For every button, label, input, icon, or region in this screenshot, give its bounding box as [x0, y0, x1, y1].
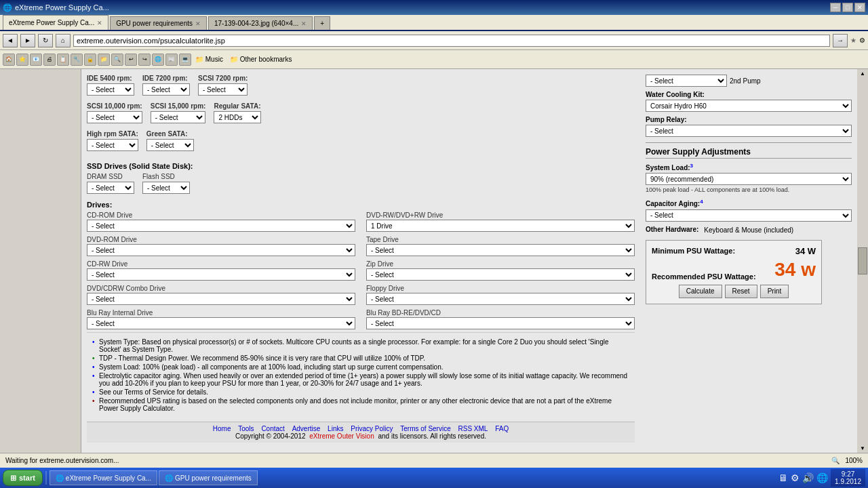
- footer-link-tos[interactable]: Terms of Service: [400, 425, 450, 432]
- scsi7200-label: SCSI 7200 rpm:: [198, 75, 248, 82]
- taskbar-icon-1: 🖥: [778, 472, 788, 483]
- taskbar-divider: [45, 471, 47, 485]
- flash-select[interactable]: - Select1 Drive: [142, 182, 190, 194]
- ide7200-label: IDE 7200 rpm:: [142, 75, 190, 82]
- footer-link-home[interactable]: Home: [213, 425, 231, 432]
- zip-select[interactable]: - Select1 Drive: [366, 268, 635, 281]
- note-4: Electrolytic capacitor aging. When used …: [92, 372, 629, 387]
- bookmarks-folder[interactable]: 📁 Music: [195, 56, 223, 63]
- regularsata-group: Regular SATA: - Select1 HDD2 HDDs3 HDDs: [214, 102, 261, 123]
- footer-link-advertise[interactable]: Advertise: [292, 425, 321, 432]
- footer-brand[interactable]: eXtreme Outer Vision: [309, 432, 374, 440]
- cdrw-select[interactable]: - Select1 Drive: [87, 268, 355, 281]
- footer-link-faq[interactable]: FAQ: [495, 425, 509, 432]
- close-button[interactable]: ✕: [854, 3, 865, 12]
- toolbar-icon-8[interactable]: 📁: [98, 54, 110, 66]
- tab-1[interactable]: GPU power requirements ✕: [110, 16, 207, 30]
- star-icon[interactable]: ★: [850, 37, 856, 44]
- tape-select[interactable]: - Select1 Drive: [366, 244, 635, 256]
- scsi15000-select[interactable]: - Select1 Drive: [151, 111, 206, 123]
- taskbar-icon-4: 🌐: [816, 472, 828, 483]
- floppy-select[interactable]: - Select1 Drive: [366, 293, 635, 305]
- toolbar-icon-9[interactable]: 🔍: [111, 54, 123, 66]
- tape-label: Tape Drive: [366, 236, 635, 243]
- refresh-button[interactable]: ↻: [38, 34, 53, 47]
- address-input[interactable]: [73, 35, 830, 47]
- scsi7200-select[interactable]: - Select1 Drive: [198, 83, 248, 96]
- title-bar-left: 🌐 eXtreme Power Supply Ca...: [3, 3, 109, 12]
- ide5400-group: IDE 5400 rpm: - Select1 Drive2 Drives: [87, 75, 134, 96]
- dvdrw-select[interactable]: - Select1 Drive2 Drives: [366, 220, 635, 232]
- toolbar-icon-14[interactable]: 💻: [179, 54, 191, 66]
- footer-link-privacy[interactable]: Privacy Policy: [351, 425, 393, 432]
- browser-icon: 🌐: [3, 3, 12, 12]
- scrollbar[interactable]: ▲ ▼: [857, 69, 868, 453]
- toolbar-icon-11[interactable]: ↪: [138, 54, 151, 66]
- toolbar-icon-2[interactable]: ⭐: [16, 54, 28, 66]
- dvdrom-select[interactable]: - Select1 Drive: [87, 244, 355, 256]
- watercooling-select[interactable]: Corsair Hydro H60 - Select: [646, 100, 852, 112]
- other-bookmarks[interactable]: 📁 Other bookmarks: [230, 56, 292, 63]
- rec-wattage-row: Recommended PSU Wattage: 34 w: [652, 259, 816, 281]
- maximize-button[interactable]: □: [842, 3, 853, 12]
- bluray-select[interactable]: - Select1 Drive: [87, 317, 355, 329]
- toolbar-icon-13[interactable]: 📰: [165, 54, 178, 66]
- footer-link-contact[interactable]: Contact: [261, 425, 284, 432]
- tab-1-close[interactable]: ✕: [195, 20, 201, 27]
- regularsata-select[interactable]: - Select1 HDD2 HDDs3 HDDs: [214, 111, 261, 123]
- dram-select[interactable]: - Select1 Drive: [87, 182, 134, 194]
- toolbar-icon-3[interactable]: 📧: [30, 54, 42, 66]
- ide5400-select[interactable]: - Select1 Drive2 Drives: [87, 83, 134, 96]
- rec-wattage-value: 34 w: [774, 259, 816, 281]
- footer-rights: and its licensors. All rights reserved.: [378, 432, 487, 440]
- highsata-select[interactable]: - Select1 Drive: [87, 139, 138, 151]
- toolbar-icon-10[interactable]: ↩: [125, 54, 137, 66]
- taskbar-item-1[interactable]: 🌐 GPU power requirements: [159, 470, 258, 485]
- tools-icon[interactable]: ⚙: [859, 37, 865, 44]
- scroll-up[interactable]: ▲: [860, 70, 865, 77]
- pump2-select[interactable]: - Select: [646, 75, 727, 87]
- systemload-label: System Load:3: [646, 163, 852, 171]
- reset-button[interactable]: Reset: [725, 285, 757, 298]
- toolbar-icon-1[interactable]: 🏠: [3, 54, 15, 66]
- scsi10000-select[interactable]: - Select1 Drive: [87, 111, 142, 123]
- footer-link-tools[interactable]: Tools: [238, 425, 254, 432]
- greensata-select[interactable]: - Select1 Drive: [146, 139, 194, 151]
- back-button[interactable]: ◄: [3, 34, 18, 47]
- capacitoraging-select[interactable]: - Select 10% 20% 30%: [646, 209, 852, 222]
- scsi10000-label: SCSI 10,000 rpm:: [87, 102, 142, 110]
- tab-0[interactable]: eXtreme Power Supply Ca... ✕: [3, 15, 108, 30]
- footer-link-rss[interactable]: RSS XML: [458, 425, 488, 432]
- toolbar-icon-7[interactable]: 🔒: [84, 54, 96, 66]
- pump2-row: - Select 2nd Pump: [646, 75, 852, 87]
- tab-2-close[interactable]: ✕: [301, 20, 307, 27]
- clock: 9:27 1.9.2012: [831, 469, 865, 487]
- floppy-label: Floppy Drive: [366, 285, 635, 292]
- toolbar-icon-5[interactable]: 📋: [57, 54, 69, 66]
- print-button[interactable]: Print: [760, 285, 789, 298]
- scroll-thumb[interactable]: [858, 247, 867, 274]
- min-wattage-row: Minimum PSU Wattage: 34 W: [652, 246, 816, 256]
- home-button[interactable]: ⌂: [56, 34, 71, 47]
- pumprelay-select[interactable]: - Select: [646, 125, 852, 137]
- dvdcdrw-select[interactable]: - Select1 Drive: [87, 293, 355, 305]
- scroll-down[interactable]: ▼: [860, 445, 865, 451]
- toolbar-icon-6[interactable]: 🔧: [71, 54, 83, 66]
- footer-link-links[interactable]: Links: [328, 425, 343, 432]
- cdrom-select[interactable]: - Select1 Drive: [87, 220, 355, 232]
- dvdrw-group: DVD-RW/DVD+RW Drive - Select1 Drive2 Dri…: [366, 211, 635, 232]
- minimize-button[interactable]: ─: [830, 3, 841, 12]
- forward-button[interactable]: ►: [20, 34, 35, 47]
- taskbar-item-0[interactable]: 🌐 eXtreme Power Supply Ca...: [50, 470, 157, 485]
- toolbar-icon-12[interactable]: 🌐: [152, 54, 164, 66]
- systemload-select[interactable]: 90% (recommended) 100% 80%: [646, 173, 852, 185]
- calculate-button[interactable]: Calculate: [679, 285, 722, 298]
- go-button[interactable]: →: [833, 34, 848, 47]
- toolbar-icon-4[interactable]: 🖨: [43, 54, 56, 66]
- tab-2[interactable]: 17-139-004-23.jpg (640×4... ✕: [208, 16, 313, 30]
- start-button[interactable]: ⊞ start: [3, 470, 43, 486]
- new-tab[interactable]: +: [314, 16, 330, 30]
- tab-0-close[interactable]: ✕: [97, 20, 102, 26]
- ide7200-select[interactable]: - Select1 Drive: [142, 83, 190, 96]
- bluraybd-select[interactable]: - Select1 Drive: [366, 317, 635, 329]
